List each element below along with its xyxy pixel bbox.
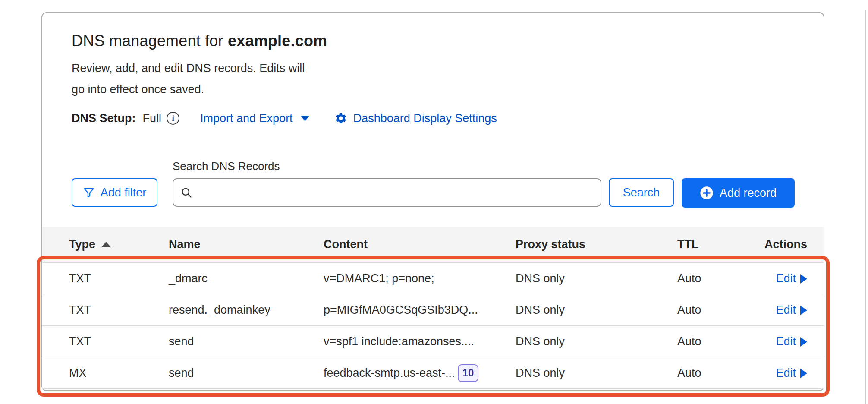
search-box <box>173 178 601 207</box>
column-header-actions: Actions <box>764 227 807 262</box>
cell-ttl: Auto <box>677 326 701 357</box>
cell-actions: Edit <box>776 263 807 294</box>
dns-setup-label: DNS Setup: <box>72 112 136 125</box>
column-header-proxy-status[interactable]: Proxy status <box>516 227 585 262</box>
page-title: DNS management for example.com <box>72 32 327 50</box>
edit-record-button[interactable]: Edit <box>776 335 807 348</box>
cell-name: _dmarc <box>169 263 208 294</box>
page-title-prefix: DNS management for <box>72 32 228 50</box>
table-body: TXT _dmarc v=DMARC1; p=none; DNS only Au… <box>42 262 824 389</box>
chevron-right-icon <box>800 369 807 378</box>
cell-type: TXT <box>69 326 91 357</box>
cell-ttl: Auto <box>677 294 701 326</box>
cell-actions: Edit <box>776 326 807 357</box>
table-row-dmarc: TXT _dmarc v=DMARC1; p=none; DNS only Au… <box>42 263 824 294</box>
dns-setup-value: Full <box>143 112 162 125</box>
cell-proxy-status: DNS only <box>516 294 565 326</box>
cell-ttl: Auto <box>677 357 701 389</box>
cell-proxy-status: DNS only <box>516 357 565 389</box>
dashboard-display-settings-link[interactable]: Dashboard Display Settings <box>334 112 497 125</box>
dns-management-card: DNS management for example.com Review, a… <box>41 12 824 391</box>
sort-ascending-icon <box>101 242 111 247</box>
cell-actions: Edit <box>776 357 807 389</box>
add-record-label: Add record <box>720 186 777 200</box>
cell-content-text: feedback-smtp.us-east-... <box>324 366 455 380</box>
page-edge-divider <box>865 10 866 404</box>
chevron-right-icon <box>800 306 807 315</box>
cell-content: v=spf1 include:amazonses.... <box>324 326 474 357</box>
cell-actions: Edit <box>776 294 807 326</box>
edit-record-button[interactable]: Edit <box>776 303 807 317</box>
dns-setup-row: DNS Setup: Full i Import and Export Dash… <box>72 110 497 127</box>
column-header-ttl[interactable]: TTL <box>677 227 698 262</box>
chevron-down-icon <box>301 116 309 121</box>
cell-content: v=DMARC1; p=none; <box>324 263 434 294</box>
page-subtitle: Review, add, and edit DNS records. Edits… <box>72 58 365 100</box>
cell-proxy-status: DNS only <box>516 326 565 357</box>
table-row-domainkey: TXT resend._domainkey p=MIGfMA0GCSqGSIb3… <box>42 294 824 326</box>
gear-icon <box>334 112 347 125</box>
search-button[interactable]: Search <box>609 178 674 207</box>
add-filter-label: Add filter <box>101 186 147 199</box>
search-button-label: Search <box>623 186 660 199</box>
import-export-link[interactable]: Import and Export <box>200 112 309 125</box>
dns-management-screen: DNS management for example.com Review, a… <box>0 0 868 404</box>
cell-content: feedback-smtp.us-east-... 10 <box>324 357 478 389</box>
cell-name: send <box>169 357 194 389</box>
edit-record-button[interactable]: Edit <box>776 366 807 380</box>
cell-proxy-status: DNS only <box>516 263 565 294</box>
subtitle-line-1: Review, add, and edit DNS records. Edits… <box>72 58 365 79</box>
cell-name: resend._domainkey <box>169 294 270 326</box>
dashboard-display-settings-label: Dashboard Display Settings <box>353 112 497 125</box>
info-icon[interactable]: i <box>167 112 179 125</box>
cell-content: p=MIGfMA0GCSqGSIb3DQ... <box>324 294 478 326</box>
add-record-button[interactable]: Add record <box>682 178 795 208</box>
edit-record-button[interactable]: Edit <box>776 272 807 285</box>
table-row-mx: MX send feedback-smtp.us-east-... 10 DNS… <box>42 357 824 389</box>
search-icon <box>180 186 192 199</box>
table-header-row: Type Name Content Proxy status TTL Actio… <box>42 227 824 262</box>
cell-ttl: Auto <box>677 263 701 294</box>
add-filter-button[interactable]: Add filter <box>72 178 157 207</box>
mx-priority-badge: 10 <box>458 364 479 382</box>
search-input[interactable] <box>192 179 601 206</box>
page-title-domain: example.com <box>228 32 327 50</box>
import-export-label: Import and Export <box>200 112 293 125</box>
chevron-right-icon <box>800 274 807 284</box>
cell-name: send <box>169 326 194 357</box>
plus-circle-icon <box>700 186 714 200</box>
filter-funnel-icon <box>83 186 95 199</box>
table-row-spf: TXT send v=spf1 include:amazonses.... DN… <box>42 326 824 357</box>
chevron-right-icon <box>800 337 807 347</box>
cell-type: TXT <box>69 294 91 326</box>
cell-type: TXT <box>69 263 91 294</box>
column-header-name[interactable]: Name <box>169 227 201 262</box>
column-header-type[interactable]: Type <box>69 227 111 262</box>
cell-type: MX <box>69 357 87 389</box>
search-dns-records-label: Search DNS Records <box>173 160 280 173</box>
subtitle-line-2: go into effect once saved. <box>72 79 365 100</box>
column-header-content[interactable]: Content <box>324 227 368 262</box>
